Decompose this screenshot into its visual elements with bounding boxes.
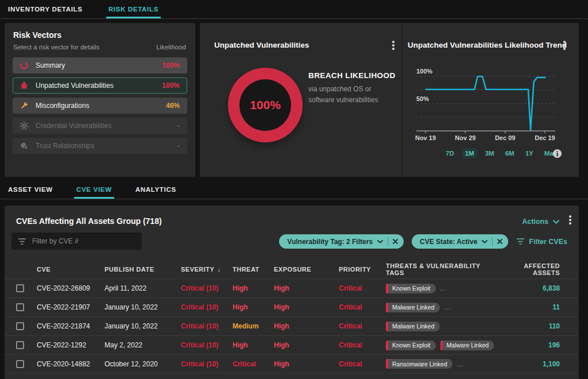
wrench-icon (20, 101, 29, 110)
gauge-card-title: Unpatched Vulnerabilities (214, 41, 309, 49)
cve-table-header: CVE PUBLISH DATE SEVERITY↓ THREAT EXPOSU… (5, 260, 579, 279)
column-header-priority[interactable]: PRIORITY (339, 266, 386, 273)
column-header-cve[interactable]: CVE (37, 266, 105, 273)
cve-id: CVE-2022-26809 (37, 284, 105, 292)
gauge-card-menu-icon[interactable] (389, 40, 397, 51)
filter-cves-button[interactable]: Filter CVEs (516, 238, 567, 246)
chevron-down-icon[interactable] (377, 240, 383, 243)
tab-cve-view[interactable]: CVE VIEW (74, 180, 114, 199)
tab-asset-view[interactable]: ASSET VIEW (6, 180, 55, 199)
risk-vector-likelihood-value: 100% (162, 61, 180, 69)
tab-risk-details[interactable]: RISK DETAILS (106, 0, 161, 18)
likelihood-column-label: Likelihood (156, 44, 186, 51)
tab-analytics[interactable]: ANALYTICS (133, 180, 179, 199)
close-icon[interactable] (497, 239, 502, 244)
vulnerability-tag-pill: Known Exploit (386, 284, 436, 293)
column-label: THREATS & VULNERABILITY TAGS (386, 262, 497, 276)
chip-label: Vulnerability Tag: 2 Filters (287, 238, 373, 246)
affected-assets-link[interactable]: 196 (497, 341, 560, 349)
breach-likelihood-subtext: via unpatched OS or software vulnerabili… (308, 84, 389, 105)
filter-chip-vulnerability-tag[interactable]: Vulnerability Tag: 2 Filters (279, 234, 404, 249)
tags-cell: Known Exploit Malware Linked (386, 341, 497, 350)
column-header-severity[interactable]: SEVERITY↓ (181, 266, 233, 273)
affected-assets-link[interactable]: 110 (497, 322, 560, 330)
more-tags-ellipsis[interactable]: ... (440, 285, 447, 292)
trend-card-title: Unpatched Vulnerabilities Likelihood Tre… (408, 41, 567, 49)
cve-id: CVE-2022-1292 (37, 341, 105, 349)
column-header-publish-date[interactable]: PUBLISH DATE (105, 266, 181, 273)
publish-date: January 10, 2022 (105, 322, 181, 330)
row-checkbox[interactable] (16, 303, 24, 311)
actions-dropdown[interactable]: Actions (522, 218, 559, 226)
likelihood-trend-card: Unpatched Vulnerabilities Likelihood Tre… (403, 23, 579, 177)
exposure-value: High (274, 303, 339, 311)
cve-id: CVE-2022-21874 (37, 322, 105, 330)
range-3m-button[interactable]: 3M (482, 148, 497, 158)
exposure-value: High (274, 360, 339, 368)
threat-value: High (233, 303, 274, 311)
filter-cves-label: Filter CVEs (529, 238, 567, 246)
column-header-threat[interactable]: THREAT (233, 266, 274, 273)
priority-value: Critical (339, 303, 386, 311)
filter-funnel-icon (516, 238, 525, 245)
risk-vector-item-summary[interactable]: Summary 100% (13, 57, 187, 74)
risk-vectors-panel: Risk Vectors Select a risk vector for de… (5, 23, 195, 177)
row-checkbox[interactable] (16, 360, 24, 368)
info-icon[interactable]: i (553, 149, 562, 158)
gauge-value: 100% (250, 98, 281, 112)
range-1m-button[interactable]: 1M (462, 148, 477, 158)
column-header-tags[interactable]: THREATS & VULNERABILITY TAGS (386, 262, 497, 276)
affected-assets-link[interactable]: 1,100 (497, 360, 560, 368)
severity-value: Critical (10) (181, 303, 233, 311)
chevron-down-icon[interactable] (482, 240, 488, 243)
filter-funnel-icon (18, 238, 26, 245)
severity-value: Critical (10) (181, 284, 233, 292)
threat-value: Critical (233, 360, 274, 368)
x-axis-label: Dec 09 (495, 134, 515, 141)
affected-assets-link[interactable]: 11 (497, 303, 560, 311)
row-checkbox[interactable] (16, 284, 24, 292)
exposure-value: High (274, 284, 339, 292)
publish-date: May 2, 2022 (105, 341, 181, 349)
range-6m-button[interactable]: 6M (502, 148, 517, 158)
risk-vector-likelihood-value: 100% (162, 82, 180, 90)
risk-vector-likelihood-value: - (177, 122, 180, 130)
more-tags-ellipsis[interactable]: ... (457, 361, 464, 368)
severity-value: Critical (10) (181, 360, 233, 368)
time-range-selector: 7D 1M 3M 6M 1Y Max (443, 148, 560, 158)
publish-date: January 10, 2022 (105, 303, 181, 311)
likelihood-trend-chart: 50%100%Nov 19Nov 29Dec 09Dec 19 (409, 63, 561, 149)
cve-id: CVE-2022-21907 (37, 303, 105, 311)
vulnerability-tag-pill: Malware Linked (386, 303, 440, 312)
close-icon[interactable] (393, 239, 398, 244)
range-1y-button[interactable]: 1Y (523, 148, 536, 158)
column-header-exposure[interactable]: EXPOSURE (274, 266, 339, 273)
risk-vector-item-misconfigurations[interactable]: Misconfigurations 46% (13, 98, 187, 114)
cve-filter-input[interactable] (32, 237, 136, 245)
affected-assets-link[interactable]: 6,838 (497, 284, 560, 292)
exposure-value: High (274, 322, 339, 330)
risk-vector-item-credential-vulnerabilities: Credential Vulnerabilities - (13, 118, 187, 134)
exposure-value: High (274, 341, 339, 349)
cve-panel-menu-icon[interactable] (566, 215, 574, 225)
severity-value: Critical (10) (181, 322, 233, 330)
cve-filter-box[interactable] (11, 233, 142, 250)
tags-cell: Malware Linked (386, 322, 497, 331)
risk-vector-label: Unpatched Vulnerabilities (36, 82, 155, 90)
more-tags-ellipsis[interactable]: ... (444, 304, 451, 311)
chip-label: CVE State: Active (420, 238, 477, 246)
column-header-affected-assets[interactable]: AFFECTED ASSETS (497, 262, 560, 276)
row-checkbox[interactable] (16, 341, 24, 349)
tags-cell: Malware Linked ... (386, 303, 497, 312)
unpatched-vulnerabilities-detail-panel: Unpatched Vulnerabilities 100% BREACH LI… (200, 23, 579, 177)
filter-chip-cve-state[interactable]: CVE State: Active (412, 234, 508, 249)
trend-card-menu-icon[interactable] (560, 40, 568, 51)
range-7d-button[interactable]: 7D (443, 148, 457, 158)
risk-vector-item-unpatched-vulnerabilities[interactable]: Unpatched Vulnerabilities 100% (13, 78, 187, 94)
tab-inventory-details[interactable]: INVENTORY DETAILS (6, 0, 85, 18)
priority-value: Critical (339, 360, 386, 368)
gear-icon (20, 121, 29, 130)
y-axis-label: 100% (416, 68, 432, 75)
row-checkbox[interactable] (16, 322, 24, 330)
table-row: CVE-2020-14882 October 12, 2020 Critical… (5, 354, 579, 373)
